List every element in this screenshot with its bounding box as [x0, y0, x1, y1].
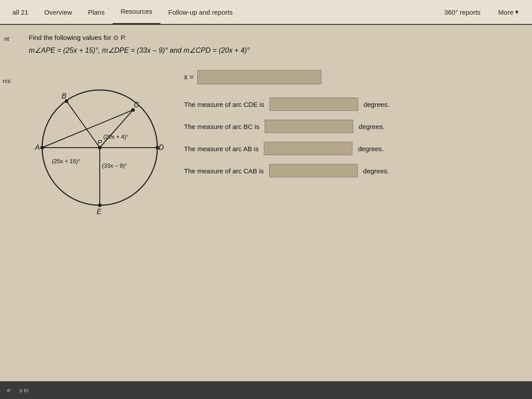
back-arrow-icon[interactable]: « — [7, 386, 11, 394]
arc-ab-row: The measure of arc AB is degrees. — [184, 142, 519, 155]
arc-ab-degrees: degrees. — [358, 145, 383, 153]
nav-followup[interactable]: Follow-up and reports — [160, 0, 241, 24]
main-content: nt rcs Find the following values for ⊙ P… — [0, 25, 532, 399]
arc-bc-row: The measure of arc BC is degrees. — [184, 120, 519, 133]
equation-text: m∠APE = (25x + 15)°, m∠DPE = (33x – 9)° … — [29, 46, 519, 55]
nav-overview[interactable]: Overview — [36, 0, 80, 24]
arc-cde-input[interactable] — [270, 98, 358, 111]
svg-line-6 — [42, 110, 133, 148]
svg-point-11 — [98, 203, 102, 207]
arc-cde-row: The measure of arc CDE is degrees. — [184, 98, 519, 111]
bottom-bar: « s in — [0, 381, 532, 399]
point-C-label: C — [134, 101, 139, 109]
arc-cab-label: The measure of arc CAB is — [184, 167, 264, 175]
angle-ape-label: (25x + 15)° — [52, 158, 80, 164]
angle-dpe-label: (33x – 9)° — [102, 162, 127, 169]
instruction-text: Find the following values for ⊙ P. — [29, 34, 519, 42]
svg-point-7 — [40, 146, 44, 149]
svg-line-2 — [66, 101, 100, 148]
diagram-container: A B C D E P (20x + 4)° (25x + 15)° — [29, 66, 171, 234]
arc-bc-input[interactable] — [265, 120, 353, 133]
top-navigation: all 21 Overview Plans Resources Follow-u… — [0, 0, 532, 25]
svg-line-3 — [100, 110, 133, 148]
svg-point-12 — [98, 146, 102, 149]
svg-point-9 — [131, 108, 135, 112]
point-B-label: B — [62, 92, 66, 100]
circle-diagram: A B C D E P (20x + 4)° (25x + 15)° — [29, 66, 171, 234]
problem-area: A B C D E P (20x + 4)° (25x + 15)° — [29, 66, 519, 234]
arc-ab-input[interactable] — [264, 142, 352, 155]
point-D-label: D — [159, 144, 164, 151]
sidebar-label-nt: nt — [4, 35, 9, 42]
arc-cde-label: The measure of arc CDE is — [184, 101, 264, 108]
sidebar-label-rcs: rcs — [3, 78, 10, 84]
inputs-section: x = The measure of arc CDE is degrees. T… — [184, 66, 519, 186]
x-input-row: x = — [184, 70, 519, 84]
arc-ab-label: The measure of arc AB is — [184, 145, 258, 153]
arc-cde-degrees: degrees. — [364, 101, 389, 108]
sidebar-labels: nt rcs — [0, 35, 13, 84]
chevron-down-icon: ▾ — [515, 8, 519, 16]
arc-cab-row: The measure of arc CAB is degrees. — [184, 164, 519, 177]
nav-more[interactable]: More ▾ — [489, 0, 528, 24]
nav-360-reports: 360° reports — [435, 0, 489, 24]
point-A-label: A — [35, 144, 40, 151]
svg-point-10 — [156, 146, 159, 149]
arc-cab-input[interactable] — [269, 164, 358, 177]
arc-cab-degrees: degrees. — [363, 167, 389, 175]
svg-point-8 — [65, 99, 68, 103]
nav-all21[interactable]: all 21 — [4, 0, 36, 24]
nav-resources[interactable]: Resources — [113, 0, 160, 24]
x-label: x = — [184, 73, 194, 81]
bottom-sin-label: s in — [20, 387, 28, 394]
point-E-label: E — [97, 208, 102, 215]
arc-bc-label: The measure of arc BC is — [184, 123, 259, 130]
nav-plans[interactable]: Plans — [80, 0, 113, 24]
point-P-label: P — [98, 138, 102, 146]
angle-cpd-label: (20x + 4)° — [103, 133, 129, 140]
arc-bc-degrees: degrees. — [359, 123, 384, 130]
x-input[interactable] — [197, 70, 321, 84]
